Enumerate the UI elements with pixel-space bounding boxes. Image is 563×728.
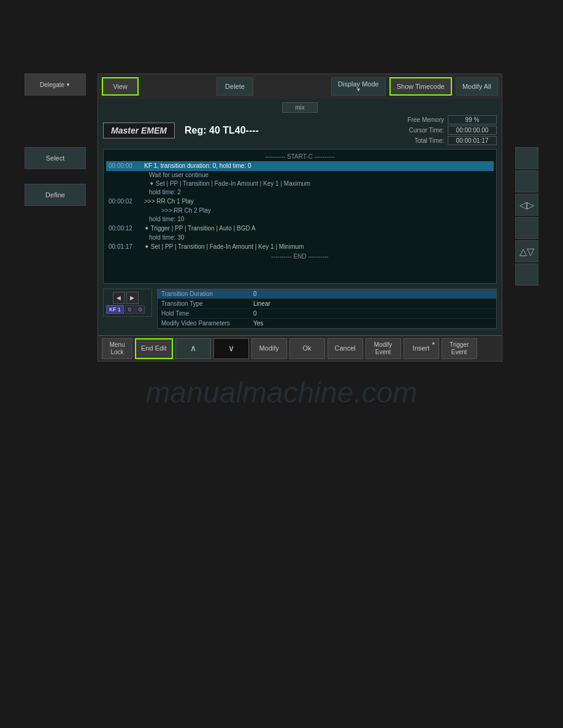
master-emem-label: Master EMEM [103, 123, 175, 138]
end-label: ---------- END ---------- [106, 253, 494, 260]
right-nav-ud-button[interactable]: △▽ [515, 240, 538, 262]
event-time: 00:00:02 [109, 197, 144, 206]
event-list[interactable]: ---------- START-C ---------- 00:00:00 K… [103, 149, 497, 284]
props-key: Transition Duration [161, 290, 253, 297]
trigger-event-button[interactable]: Trigger Event [442, 338, 477, 359]
event-indent: hold time: 30 [149, 233, 494, 242]
props-value: Yes [253, 320, 492, 327]
select-label: Select [46, 154, 65, 162]
status-panel: Free Memory 99 % Cursor Time: 00:00:00.0… [398, 115, 497, 145]
define-label: Define [45, 191, 65, 199]
down-arrow-button[interactable]: ∨ [213, 338, 249, 359]
modify-all-button[interactable]: Modify All [456, 77, 498, 96]
ud-arrows-icon: △▽ [519, 246, 534, 257]
cursor-time-label: Cursor Time: [398, 127, 444, 134]
props-key: Modify Video Parameters [161, 320, 253, 327]
menu-lock-line1: Menu [109, 341, 124, 349]
event-indent: hold time: 10 [149, 215, 494, 224]
cursor-time-row: Cursor Time: 00:00:00.00 [398, 126, 497, 135]
display-mode-button[interactable]: Display Mode ▼ [331, 77, 386, 96]
modify-event-line1: Modify [374, 341, 392, 349]
mini-label: mix [282, 102, 318, 113]
event-desc: ✦ Set | PP | Transition | Fade-In Amount… [144, 243, 491, 251]
total-time-value: 00:00:01:17 [448, 136, 497, 145]
display-mode-label: Display Mode [338, 80, 379, 88]
modify-button[interactable]: Modify [251, 338, 287, 359]
free-memory-value: 99 % [448, 115, 497, 124]
up-arrow-button[interactable]: ∧ [175, 338, 211, 359]
properties-table: Transition Duration 0 Transition Type Li… [157, 289, 497, 329]
event-desc: >>> RR Ch 1 Play [144, 197, 491, 206]
event-indent: hold time: 2 [149, 188, 494, 197]
props-value: Linear [253, 300, 492, 307]
props-key: Transition Type [161, 300, 253, 307]
modify-event-button[interactable]: Modify Event [366, 338, 401, 359]
view-button[interactable]: View [102, 77, 139, 96]
header-info: Master EMEM Reg: 40 TL40---- Free Memory… [103, 115, 497, 145]
show-timecode-button[interactable]: Show Timecode [389, 77, 452, 96]
menu-lock-line2: Lock [110, 349, 123, 356]
chevron-down-icon: ▼ [356, 88, 361, 93]
props-key: Hold Time [161, 310, 253, 317]
menu-lock-button[interactable]: Menu Lock [102, 338, 132, 359]
event-time: 00:00:00 [109, 162, 144, 170]
event-desc: KF 1, transition duration: 0, hold time:… [144, 162, 491, 170]
free-memory-label: Free Memory [398, 116, 444, 123]
properties-panel: ◀ ▶ KF 1 0 0 Transition Duration [103, 289, 497, 329]
event-row[interactable]: 00:01:17 ✦ Set | PP | Transition | Fade-… [106, 242, 494, 252]
bottom-toolbar: Menu Lock End Edit ∧ ∨ Modify Ok Cancel … [98, 335, 502, 361]
insert-button[interactable]: ▲ Insert [404, 338, 439, 359]
free-memory-row: Free Memory 99 % [398, 115, 497, 124]
select-button[interactable]: Select [25, 147, 86, 169]
trigger-event-line2: Event [451, 349, 467, 356]
modify-all-label: Modify All [462, 83, 491, 90]
play-button[interactable]: ▶ [126, 292, 139, 304]
props-row[interactable]: Transition Duration 0 [158, 289, 496, 299]
modify-event-line2: Event [375, 349, 391, 356]
end-edit-button[interactable]: End Edit [135, 338, 173, 359]
kf-num1: 0 [125, 305, 134, 314]
mini-bar: mix [103, 102, 497, 113]
event-time: 00:00:12 [109, 224, 144, 233]
delete-button[interactable]: Delete [216, 77, 253, 96]
props-row[interactable]: Modify Video Parameters Yes [158, 319, 496, 328]
insert-label: Insert [413, 344, 430, 352]
cursor-time-value: 00:00:00.00 [448, 126, 497, 135]
cancel-button[interactable]: Cancel [327, 338, 363, 359]
delegate-label: Delegate [40, 82, 64, 88]
reg-title: Reg: 40 TL40---- [185, 125, 259, 136]
total-time-row: Total Time: 00:00:01:17 [398, 136, 497, 145]
event-row[interactable]: 00:00:12 ✦ Trigger | PP | Transition | A… [106, 224, 494, 233]
event-row[interactable]: 00:00:02 >>> RR Ch 1 Play [106, 197, 494, 207]
right-nav-blank2 [515, 170, 538, 192]
total-time-label: Total Time: [398, 137, 444, 144]
props-value: 0 [253, 290, 492, 297]
rewind-button[interactable]: ◀ [113, 292, 125, 304]
delegate-button[interactable]: Delegate ▼ [25, 74, 86, 96]
right-nav-lr-button[interactable]: ◁▷ [515, 194, 538, 216]
event-row[interactable]: 00:00:00 KF 1, transition duration: 0, h… [106, 161, 494, 171]
chevron-down-icon: ▼ [66, 82, 71, 88]
event-time: 00:01:17 [109, 243, 144, 251]
trigger-event-line1: Trigger [450, 341, 469, 349]
kf-num2: 0 [136, 305, 145, 314]
event-desc: ✦ Trigger | PP | Transition | Auto | BGD… [144, 224, 491, 233]
transport-controls: ◀ ▶ KF 1 0 0 [103, 289, 152, 317]
props-row[interactable]: Hold Time 0 [158, 309, 496, 319]
ok-button[interactable]: Ok [289, 338, 325, 359]
props-value: 0 [253, 310, 492, 317]
event-indent: Wait for user continue [149, 171, 494, 180]
lr-arrows-icon: ◁▷ [519, 199, 534, 211]
define-button[interactable]: Define [25, 184, 86, 206]
right-nav-blank4 [515, 264, 538, 286]
event-indent: >>> RR Ch 2 Play [161, 207, 494, 215]
right-nav-blank3 [515, 217, 538, 239]
show-timecode-label: Show Timecode [397, 83, 445, 90]
up-indicator-icon: ▲ [431, 340, 436, 346]
watermark: manualmachine.com [146, 376, 418, 409]
top-toolbar: View Delete Display Mode ▼ Show Timecode… [98, 74, 502, 99]
right-nav-blank1 [515, 147, 538, 169]
start-label: ---------- START-C ---------- [106, 153, 494, 160]
props-row[interactable]: Transition Type Linear [158, 299, 496, 309]
event-indent: ✦ Set | PP | Transition | Fade-In Amount… [149, 180, 494, 188]
